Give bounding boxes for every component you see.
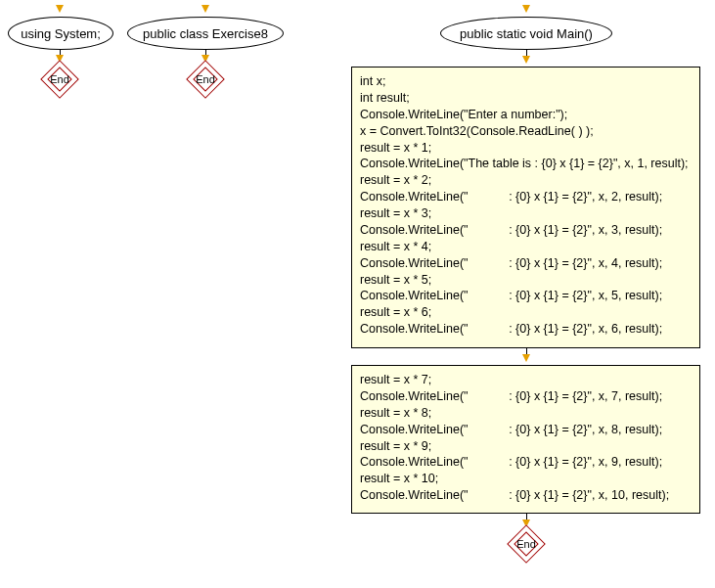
arrow-head-icon: [522, 56, 530, 64]
flowchart-end-2: End: [188, 62, 223, 97]
end-label: End: [196, 73, 215, 85]
flowchart-end-3: End: [509, 526, 544, 562]
arrow-head-icon: [201, 5, 209, 13]
flowchart-node-class: public class Exercise8: [127, 17, 284, 50]
arrow-head-icon: [522, 5, 530, 13]
end-label: End: [516, 538, 536, 550]
flowchart-node-main: public static void Main(): [440, 17, 612, 50]
node-label: public static void Main(): [460, 26, 593, 41]
arrow-head-icon: [522, 354, 530, 362]
node-label: using System;: [21, 26, 101, 41]
code-block-1: int x; int result; Console.WriteLine("En…: [351, 67, 700, 348]
code-block-2: result = x * 7; Console.WriteLine(" : {0…: [351, 365, 700, 514]
arrow-head-icon: [56, 5, 64, 13]
flowchart-end-1: End: [42, 62, 77, 97]
end-label: End: [50, 73, 69, 85]
flowchart-node-using: using System;: [8, 17, 113, 50]
node-label: public class Exercise8: [143, 26, 268, 41]
